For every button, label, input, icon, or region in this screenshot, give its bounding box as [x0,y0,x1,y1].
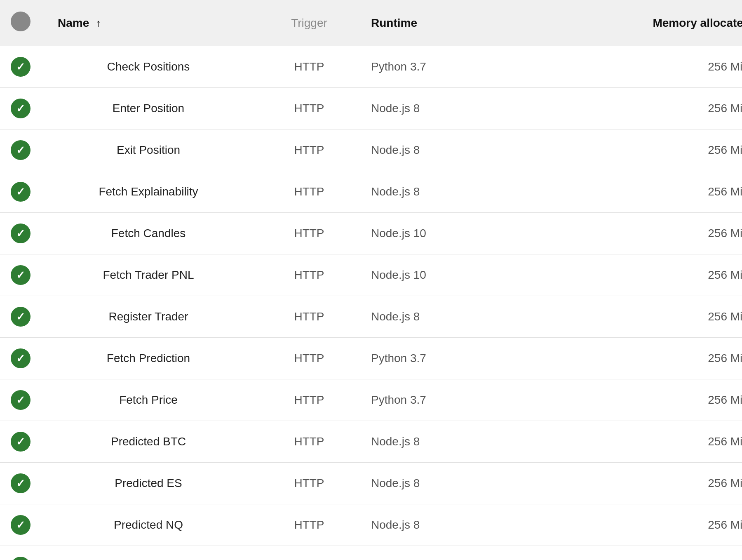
checkmark-icon: ✓ [16,103,25,114]
active-status-icon: ✓ [11,348,31,368]
active-status-icon: ✓ [11,182,31,202]
runtime-column-label: Runtime [371,16,417,29]
active-status-icon: ✓ [11,473,31,493]
memory-cell: 256 MiB [519,546,742,560]
runtime-cell: Node.js 10 [363,213,519,254]
trigger-cell: HTTP [256,213,363,254]
table-row[interactable]: ✓Fetch CandlesHTTPNode.js 10256 MiB [0,213,742,254]
active-status-icon: ✓ [11,224,31,243]
runtime-cell: Node.js 8 [363,296,519,338]
function-name-cell[interactable]: Predicted NQ [41,504,256,546]
status-cell: ✓ [0,296,41,338]
function-name-cell[interactable]: Fetch Explainability [41,171,256,213]
sort-ascending-icon[interactable]: ↑ [96,17,101,30]
name-column-label: Name [58,16,89,29]
trigger-column-header[interactable]: Trigger [256,0,363,46]
active-status-icon: ✓ [11,515,31,535]
table-header-row: Name ↑ Trigger Runtime Memory allocated [0,0,742,46]
status-cell: ✓ [0,46,41,88]
memory-cell: 256 MiB [519,463,742,504]
runtime-cell: Node.js 8 [363,463,519,504]
functions-table: Name ↑ Trigger Runtime Memory allocated … [0,0,742,560]
trigger-cell: HTTP [256,421,363,463]
function-name-cell[interactable]: Fetch Trader PNL [41,254,256,296]
runtime-column-header[interactable]: Runtime [363,0,519,46]
status-cell: ✓ [0,546,41,560]
status-column-header [0,0,41,46]
checkmark-icon: ✓ [16,270,25,280]
header-status-icon [11,12,31,31]
status-cell: ✓ [0,213,41,254]
checkmark-icon: ✓ [16,145,25,155]
table-row[interactable]: ✓Predicted vs ActualHTTPNode.js 8256 MiB [0,546,742,560]
name-column-header[interactable]: Name ↑ [41,0,256,46]
function-name-cell[interactable]: Exit Position [41,129,256,171]
checkmark-icon: ✓ [16,61,25,72]
memory-cell: 256 MiB [519,46,742,88]
active-status-icon: ✓ [11,307,31,327]
function-name-cell[interactable]: Fetch Price [41,379,256,421]
status-cell: ✓ [0,421,41,463]
table-row[interactable]: ✓Exit PositionHTTPNode.js 8256 MiB [0,129,742,171]
memory-column-label: Memory allocated [653,16,742,29]
function-name-cell[interactable]: Enter Position [41,88,256,129]
active-status-icon: ✓ [11,265,31,285]
table-row[interactable]: ✓Fetch Trader PNLHTTPNode.js 10256 MiB [0,254,742,296]
table-row[interactable]: ✓Register TraderHTTPNode.js 8256 MiB [0,296,742,338]
runtime-cell: Node.js 8 [363,129,519,171]
function-name-cell[interactable]: Fetch Prediction [41,338,256,379]
table-row[interactable]: ✓Fetch PriceHTTPPython 3.7256 MiB [0,379,742,421]
trigger-cell: HTTP [256,171,363,213]
trigger-cell: HTTP [256,46,363,88]
active-status-icon: ✓ [11,557,31,560]
active-status-icon: ✓ [11,99,31,118]
runtime-cell: Node.js 10 [363,254,519,296]
trigger-cell: HTTP [256,88,363,129]
runtime-cell: Node.js 8 [363,171,519,213]
memory-column-header[interactable]: Memory allocated [519,0,742,46]
function-name-cell[interactable]: Predicted ES [41,463,256,504]
function-name-cell[interactable]: Check Positions [41,46,256,88]
functions-table-container: Name ↑ Trigger Runtime Memory allocated … [0,0,742,560]
table-row[interactable]: ✓Predicted ESHTTPNode.js 8256 MiB [0,463,742,504]
trigger-column-label: Trigger [291,16,327,29]
checkmark-icon: ✓ [16,520,25,530]
trigger-cell: HTTP [256,504,363,546]
status-cell: ✓ [0,254,41,296]
checkmark-icon: ✓ [16,228,25,239]
table-row[interactable]: ✓Fetch PredictionHTTPPython 3.7256 MiB [0,338,742,379]
table-row[interactable]: ✓Fetch ExplainabilityHTTPNode.js 8256 Mi… [0,171,742,213]
trigger-cell: HTTP [256,254,363,296]
memory-cell: 256 MiB [519,171,742,213]
runtime-cell: Python 3.7 [363,379,519,421]
memory-cell: 256 MiB [519,379,742,421]
status-cell: ✓ [0,88,41,129]
status-cell: ✓ [0,171,41,213]
memory-cell: 256 MiB [519,254,742,296]
memory-cell: 256 MiB [519,129,742,171]
table-row[interactable]: ✓Enter PositionHTTPNode.js 8256 MiB [0,88,742,129]
runtime-cell: Python 3.7 [363,338,519,379]
active-status-icon: ✓ [11,432,31,452]
checkmark-icon: ✓ [16,395,25,405]
status-cell: ✓ [0,379,41,421]
function-name-cell[interactable]: Register Trader [41,296,256,338]
runtime-cell: Node.js 8 [363,546,519,560]
table-row[interactable]: ✓Predicted BTCHTTPNode.js 8256 MiB [0,421,742,463]
checkmark-icon: ✓ [16,478,25,489]
table-row[interactable]: ✓Predicted NQHTTPNode.js 8256 MiB [0,504,742,546]
memory-cell: 256 MiB [519,338,742,379]
trigger-cell: HTTP [256,463,363,504]
memory-cell: 256 MiB [519,504,742,546]
function-name-cell[interactable]: Fetch Candles [41,213,256,254]
trigger-cell: HTTP [256,379,363,421]
function-name-cell[interactable]: Predicted vs Actual [41,546,256,560]
trigger-cell: HTTP [256,296,363,338]
active-status-icon: ✓ [11,390,31,410]
table-row[interactable]: ✓Check PositionsHTTPPython 3.7256 MiB [0,46,742,88]
status-cell: ✓ [0,129,41,171]
active-status-icon: ✓ [11,140,31,160]
status-cell: ✓ [0,338,41,379]
checkmark-icon: ✓ [16,311,25,322]
function-name-cell[interactable]: Predicted BTC [41,421,256,463]
